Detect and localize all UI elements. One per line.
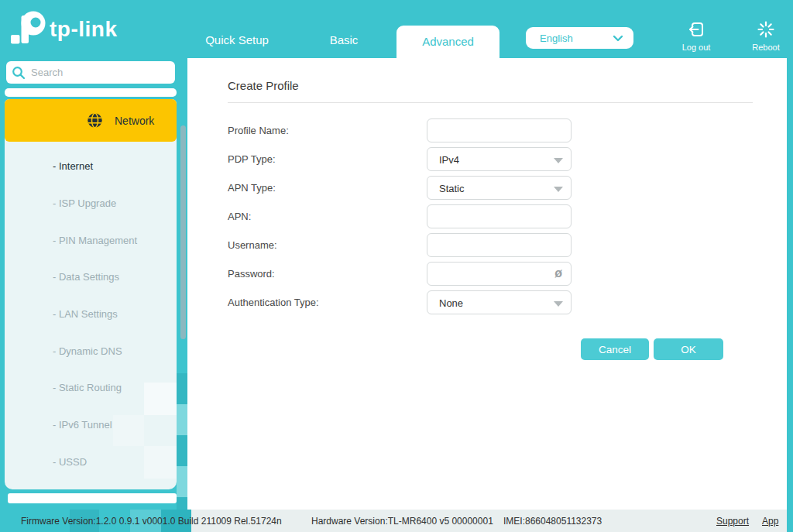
reboot-button[interactable]: Reboot <box>741 20 791 52</box>
sidebar-item-data-settings[interactable]: - Data Settings <box>53 271 119 283</box>
sidebar-category-network[interactable]: Network <box>5 99 177 142</box>
profile-name-input[interactable] <box>427 119 571 142</box>
tab-quick-setup[interactable]: Quick Setup <box>190 33 284 49</box>
sidebar-scrollbar[interactable] <box>180 125 186 339</box>
mosaic-tile <box>144 383 177 415</box>
mosaic-tile <box>177 435 187 466</box>
sidebar-item-ussd[interactable]: - USSD <box>53 456 87 468</box>
language-selector[interactable]: English <box>526 27 633 49</box>
mosaic-tile <box>144 446 177 479</box>
form-row-password: Password: ø <box>228 262 754 286</box>
reboot-icon <box>757 20 775 39</box>
mosaic-tile <box>113 415 144 446</box>
search-box <box>6 61 175 84</box>
apn-input[interactable] <box>427 205 571 228</box>
pdp-type-label: PDP Type: <box>228 153 276 165</box>
profile-name-field-box <box>427 118 572 142</box>
globe-icon <box>87 112 103 129</box>
cancel-button[interactable]: Cancel <box>581 338 649 360</box>
apn-type-select[interactable]: Static <box>427 176 572 200</box>
form-row-auth-type: Authentication Type: None <box>228 290 754 314</box>
mosaic-tile <box>177 497 187 510</box>
logout-label: Log out <box>671 43 721 52</box>
tab-advanced[interactable]: Advanced <box>396 26 499 58</box>
username-input[interactable] <box>427 234 571 256</box>
sidebar-bottom-strip <box>8 493 177 503</box>
sidebar-item-lan-settings[interactable]: - LAN Settings <box>53 308 118 320</box>
sidebar-category-label: Network <box>115 115 154 127</box>
apn-label: APN: <box>228 211 251 222</box>
app-link[interactable]: App <box>762 516 778 527</box>
password-visibility-toggle-icon[interactable]: ø <box>554 266 562 280</box>
hardware-version-text: Hardware Version:TL-MR6400 v5 00000001 <box>311 516 493 527</box>
auth-type-label: Authentication Type: <box>228 297 319 308</box>
sidebar-item-isp-upgrade[interactable]: - ISP Upgrade <box>53 197 116 209</box>
sidebar-item-dynamic-dns[interactable]: - Dynamic DNS <box>53 345 122 357</box>
tab-basic[interactable]: Basic <box>313 33 375 49</box>
reboot-label: Reboot <box>741 43 791 52</box>
title-divider <box>228 102 753 103</box>
dropdown-arrow-icon <box>554 187 563 192</box>
sidebar-item-ipv6-tunnel[interactable]: - IPv6 Tunnel <box>53 419 112 431</box>
pdp-type-value: IPv4 <box>439 154 459 166</box>
form-row-profile-name: Profile Name: <box>228 118 754 142</box>
apn-type-label: APN Type: <box>228 182 276 194</box>
form-row-apn-type: APN Type: Static <box>228 176 754 200</box>
form-row-apn: APN: <box>228 204 754 228</box>
page-title: Create Profile <box>228 79 299 92</box>
sidebar-item-pin-management[interactable]: - PIN Management <box>53 235 137 246</box>
search-input[interactable] <box>31 62 169 82</box>
password-field-box: ø <box>427 262 572 286</box>
apn-field-box <box>427 204 572 228</box>
password-label: Password: <box>228 268 275 280</box>
imei-text: IMEI:866048051132373 <box>503 516 602 527</box>
username-label: Username: <box>228 239 277 251</box>
auth-type-value: None <box>439 297 463 309</box>
router-admin-page: Network - Internet - ISP Upgrade - PIN M… <box>0 0 793 532</box>
form-row-username: Username: <box>228 233 754 257</box>
mosaic-tile <box>177 466 187 497</box>
profile-name-label: Profile Name: <box>228 125 289 136</box>
username-field-box <box>427 233 572 257</box>
sidebar-item-internet[interactable]: - Internet <box>53 160 93 172</box>
search-icon <box>12 66 26 80</box>
support-link[interactable]: Support <box>716 516 749 527</box>
sidebar-panel: Network - Internet - ISP Upgrade - PIN M… <box>5 99 177 489</box>
tp-link-logo-icon <box>9 5 50 48</box>
chevron-down-icon <box>613 35 623 42</box>
firmware-version-text: Firmware Version:1.2.0 0.9.1 v0001.0 Bui… <box>21 516 282 527</box>
apn-type-value: Static <box>439 183 465 194</box>
logout-button[interactable]: Log out <box>671 20 721 52</box>
sidebar-item-static-routing[interactable]: - Static Routing <box>53 382 122 393</box>
mosaic-tile <box>177 373 187 404</box>
form-row-pdp-type: PDP Type: IPv4 <box>228 147 754 171</box>
sidebar-item-partial[interactable] <box>5 88 177 97</box>
pdp-type-select[interactable]: IPv4 <box>427 147 572 171</box>
tp-link-logo-text: tp-link <box>50 17 118 42</box>
main-content: Create Profile Profile Name: PDP Type: I… <box>187 58 787 510</box>
language-value: English <box>540 33 573 44</box>
dropdown-arrow-icon <box>554 158 563 163</box>
logout-icon <box>687 20 705 39</box>
dropdown-arrow-icon <box>554 301 563 307</box>
mosaic-tile <box>177 404 187 435</box>
password-input[interactable] <box>427 263 571 285</box>
auth-type-select[interactable]: None <box>427 290 572 314</box>
ok-button[interactable]: OK <box>654 338 723 360</box>
